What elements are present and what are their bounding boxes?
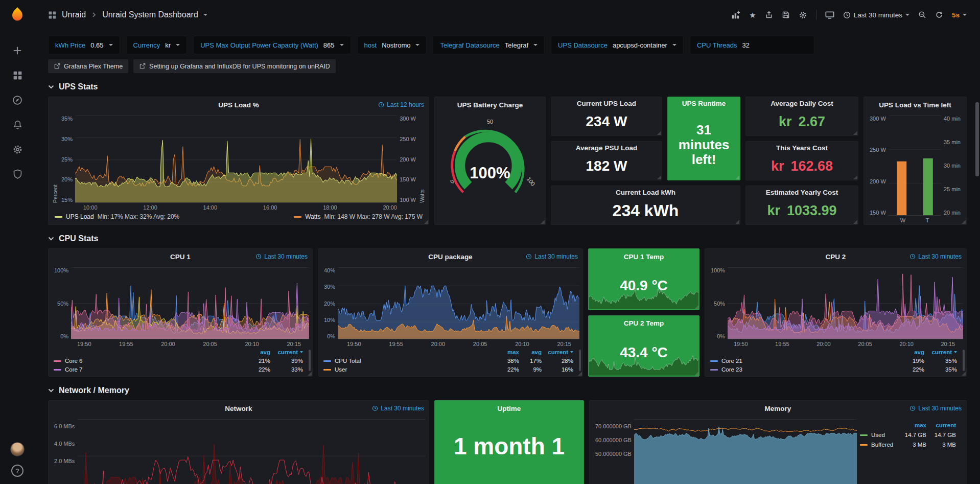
legend-series[interactable]: Core 7 (65, 366, 83, 373)
breadcrumb-dashboard[interactable]: Unraid System Dashboard (102, 10, 198, 19)
user-avatar[interactable] (10, 442, 25, 456)
variable-ups-max-watt[interactable]: UPS Max Output Power Capacity (Watt) 865 (193, 36, 351, 54)
panel-title[interactable]: This Years Cost (776, 144, 828, 152)
legend-series[interactable]: Watts (305, 213, 320, 220)
variable-kwh-price[interactable]: kWh Price 0.65 (48, 36, 120, 54)
sidebar-alerting-button[interactable] (12, 120, 23, 130)
variable-ups-datasource[interactable]: UPS Datasource apcupsd-container (551, 36, 684, 54)
memory-plot[interactable] (634, 419, 857, 484)
sidebar-create-button[interactable] (12, 45, 23, 56)
panel-title[interactable]: UPS Load % (218, 101, 259, 109)
dashboard-submenu: kWh Price 0.65 Currency kr UPS Max Outpu… (35, 30, 980, 73)
legend-series[interactable]: User (335, 366, 347, 373)
dashboard-grid-icon (48, 11, 57, 19)
stat-value: 31 minutes left! (668, 123, 740, 167)
panel-title[interactable]: UPS Battery Charge (457, 101, 523, 109)
legend-scrollbar[interactable] (963, 350, 965, 371)
panel-estimated-yearly-cost: Estimated Yearly Cost kr1033.99 (745, 186, 858, 225)
legend-series[interactable]: Buffered (871, 442, 893, 448)
zoom-out-icon (918, 11, 926, 19)
network-plot[interactable] (77, 419, 426, 484)
dashboard-settings-button[interactable] (799, 11, 807, 19)
sort-caret-icon (954, 351, 957, 353)
sidebar-explore-button[interactable] (12, 95, 23, 106)
add-panel-button[interactable] (731, 10, 740, 19)
x-axis: WT (864, 216, 966, 224)
panel-title[interactable]: Current UPS Load (577, 100, 636, 107)
zoom-out-button[interactable] (918, 11, 926, 19)
star-dashboard-button[interactable]: ★ (749, 11, 756, 19)
chevron-down-icon (415, 44, 419, 46)
breadcrumb-folder[interactable]: Unraid (62, 10, 86, 19)
x-axis: 10:0012:0014:0016:0018:0020:00 (49, 203, 429, 212)
refresh-button[interactable] (935, 11, 943, 19)
panel-title[interactable]: CPU 1 (170, 253, 191, 261)
variable-host[interactable]: host Nostromo (357, 36, 427, 54)
panel-title[interactable]: Estimated Yearly Cost (766, 189, 838, 196)
variables-row: kWh Price 0.65 Currency kr UPS Max Outpu… (48, 36, 967, 54)
share-dashboard-button[interactable] (765, 11, 773, 19)
cpu-temp-column: CPU 1 Temp 40.9 °C CPU 2 Temp 43.4 °C (588, 248, 699, 377)
legend-series[interactable]: Used (871, 432, 885, 438)
panel-title[interactable]: CPU 2 Temp (624, 319, 664, 327)
cpu-threads-input[interactable] (742, 41, 807, 49)
divider (816, 10, 816, 20)
section-network-memory[interactable]: Network / Memory (48, 386, 967, 395)
save-dashboard-button[interactable] (782, 11, 790, 19)
sidebar-configuration-button[interactable] (12, 144, 23, 155)
panel-title[interactable]: CPU 2 (826, 253, 846, 261)
panel-title[interactable]: Current Load kWh (616, 189, 675, 196)
panel-title[interactable]: CPU 1 Temp (624, 253, 664, 261)
sidebar-dashboards-button[interactable] (12, 70, 23, 81)
legend-series[interactable]: Core 6 (65, 358, 83, 364)
panel-title[interactable]: UPS Runtime (682, 100, 726, 107)
panel-title[interactable]: Average Daily Cost (771, 100, 833, 107)
tv-mode-button[interactable] (825, 10, 834, 19)
legend-scrollbar[interactable] (579, 350, 581, 371)
panel-ups-load-vs-time: UPS Load vs Time left 300 W250 W200 W150… (864, 97, 967, 225)
time-range-picker[interactable]: Last 30 minutes (843, 11, 909, 19)
help-button[interactable]: ? (11, 465, 24, 477)
grafana-logo[interactable] (9, 6, 26, 22)
compass-icon (12, 95, 23, 106)
panel-title[interactable]: CPU package (428, 253, 472, 261)
chevron-down-icon[interactable] (203, 14, 207, 16)
sort-caret-icon (300, 351, 303, 353)
cpu2-plot[interactable] (728, 267, 963, 339)
cpu1-plot[interactable] (71, 267, 309, 339)
cost-stat-column: Average Daily Cost kr2.67 This Years Cos… (745, 97, 858, 225)
panel-title[interactable]: Memory (765, 405, 791, 412)
section-cpu-stats[interactable]: CPU Stats (48, 234, 967, 243)
y-axis-right: 300 W250 W200 W150 W100 W (397, 116, 418, 203)
panel-time-override: Last 30 minutes (909, 253, 962, 260)
panel-time-override: Last 30 minutes (255, 253, 308, 260)
panel-title[interactable]: UPS Load vs Time left (879, 101, 951, 109)
legend-series[interactable]: CPU Total (335, 358, 361, 364)
panel-time-override: Last 30 minutes (372, 405, 424, 412)
variable-currency[interactable]: Currency kr (126, 36, 188, 54)
link-ups-monitoring-guide[interactable]: Setting up Grafana and InfluxDB for UPS … (133, 59, 336, 73)
section-ups-stats[interactable]: UPS Stats (48, 82, 967, 91)
legend-series[interactable]: Core 21 (721, 358, 742, 364)
panel-title[interactable]: Uptime (498, 405, 521, 412)
y-axis-title-right: Watts (418, 116, 426, 203)
page-scrollbar[interactable] (975, 102, 979, 176)
ups-load-plot[interactable] (75, 116, 397, 203)
ups-bars-plot[interactable] (889, 116, 941, 216)
panel-title[interactable]: Network (225, 405, 252, 412)
chevron-down-icon (672, 44, 676, 46)
dashboard-links-row: Grafana Plex Theme Setting up Grafana an… (48, 59, 967, 73)
legend-scrollbar[interactable] (309, 350, 311, 371)
variable-telegraf-datasource[interactable]: Telegraf Datasource Telegraf (433, 36, 545, 54)
panel-ups-runtime: UPS Runtime 31 minutes left! (667, 97, 740, 180)
link-grafana-plex-theme[interactable]: Grafana Plex Theme (48, 59, 128, 73)
dashboard-grid: UPS Stats UPS Load % Last 12 hours Perce… (35, 82, 980, 484)
refresh-interval-label: 5s (952, 11, 960, 19)
panel-title[interactable]: Average PSU Load (576, 144, 637, 152)
legend-table: avgcurrent Core 621%39% Core 722%33% (49, 348, 312, 376)
sidebar-server-admin-button[interactable] (12, 169, 23, 179)
legend-series[interactable]: Core 23 (721, 366, 742, 373)
legend-series[interactable]: UPS Load (66, 213, 94, 220)
refresh-interval-picker[interactable]: 5s (952, 11, 967, 19)
cpu-package-plot[interactable] (338, 267, 579, 339)
